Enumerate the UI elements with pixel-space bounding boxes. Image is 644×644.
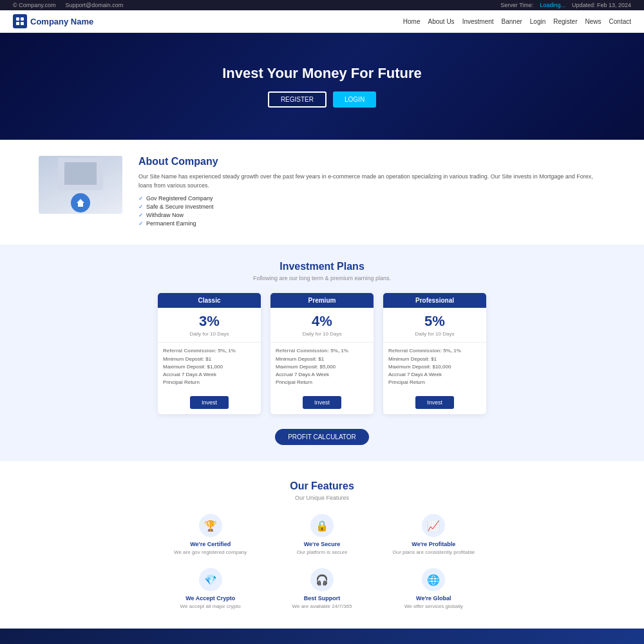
navbar: Company Name Home About Us Investment Ba… [0, 10, 644, 33]
svg-rect-3 [21, 22, 24, 25]
plan-min-professional: Minimum Deposit: $1 [388, 356, 481, 362]
profitable-icon: 📈 [422, 514, 445, 537]
hero-section: Invest Your Money For Future REGISTER LO… [0, 33, 644, 140]
about-list-item: Withdraw Now [138, 212, 605, 218]
plan-percent-professional: 5% [383, 308, 486, 331]
about-list-item: Safe & Secure Investment [138, 204, 605, 210]
features-grid: 🏆 We're Certified We are gov registered … [161, 514, 483, 609]
top-bar: © Company.com Support@domain.com Server … [0, 0, 644, 10]
feature-secure: 🔒 We're Secure Our platform is secure [272, 514, 371, 555]
feature-crypto-desc: We accept all major crypto [161, 603, 260, 609]
updated-label: Updated: Feb 13, 2024 [572, 2, 631, 8]
plan-percent-classic: 3% [158, 308, 261, 331]
plan-name-premium: Premium [270, 293, 374, 308]
nav-news[interactable]: News [585, 18, 601, 25]
nav-register[interactable]: Register [553, 18, 577, 25]
feature-certified: 🏆 We're Certified We are gov registered … [161, 514, 260, 555]
about-list-item: Gov Registered Company [138, 195, 605, 202]
global-icon: 🌐 [422, 568, 445, 591]
feature-global: 🌐 We're Global We offer services globall… [384, 568, 483, 609]
feature-secure-desc: Our platform is secure [272, 549, 371, 555]
plan-card-professional: Professional 5% Daily for 10 Days Referr… [383, 293, 486, 414]
features-section: Our Features Our Unique Features 🏆 We're… [0, 461, 644, 629]
hero-buttons: REGISTER LOGIN [268, 91, 376, 108]
plan-principal-professional: Principal Return [388, 379, 481, 385]
feature-profitable: 📈 We're Profitable Our plans are consist… [384, 514, 483, 555]
invest-btn-classic[interactable]: Invest [190, 396, 229, 409]
about-section: About Company Our Site Name has experien… [0, 140, 644, 245]
profit-calculator-button[interactable]: PROFIT CALCULATOR [275, 429, 369, 445]
register-button[interactable]: REGISTER [268, 91, 327, 108]
logo-icon [13, 14, 27, 28]
nav-links: Home About Us Investment Banner Login Re… [403, 18, 631, 25]
plan-referral-classic: Referral Commission: 5%, 1% [163, 348, 256, 354]
invest-btn-professional[interactable]: Invest [415, 396, 454, 409]
nav-home[interactable]: Home [403, 18, 421, 25]
about-img-icon [71, 193, 90, 213]
svg-rect-2 [16, 22, 19, 25]
plan-accrual-classic: Accrual 7 Days A Week [163, 372, 256, 377]
about-description: Our Site Name has experienced steady gro… [138, 173, 605, 190]
plans-section: Investment Plans Following are our long … [0, 245, 644, 461]
plan-period-professional: Daily for 10 Days [383, 331, 486, 337]
nav-contact[interactable]: Contact [609, 18, 631, 25]
nav-investment[interactable]: Investment [462, 18, 494, 25]
plan-accrual-premium: Accrual 7 Days A Week [276, 372, 368, 377]
support-icon: 🎧 [310, 568, 334, 591]
plan-period-classic: Daily for 10 Days [158, 331, 261, 337]
about-content: About Company Our Site Name has experien… [138, 156, 605, 229]
plan-name-professional: Professional [383, 293, 486, 308]
plans-title: Investment Plans [26, 261, 618, 272]
plan-name-classic: Classic [158, 293, 261, 308]
plan-principal-classic: Principal Return [163, 379, 256, 385]
feature-support: 🎧 Best Support We are available 24/7/365 [272, 568, 371, 609]
svg-rect-0 [16, 17, 19, 21]
stats-section: 📅 70 Days Online 👥 2 Registered Users 💰 … [0, 629, 644, 644]
logo: Company Name [13, 14, 93, 28]
plan-card-classic: Classic 3% Daily for 10 Days Referral Co… [158, 293, 261, 414]
support-email: Support@domain.com [66, 2, 124, 8]
features-subtitle: Our Unique Features [26, 495, 618, 501]
login-button[interactable]: LOGIN [333, 91, 376, 108]
website-link: © Company.com [13, 2, 56, 8]
plan-percent-premium: 4% [270, 308, 374, 331]
plan-referral-professional: Referral Commission: 5%, 1% [388, 348, 481, 354]
feature-secure-title: We're Secure [272, 541, 371, 547]
plans-grid: Classic 3% Daily for 10 Days Referral Co… [26, 293, 618, 414]
about-list: Gov Registered Company Safe & Secure Inv… [138, 195, 605, 227]
certified-icon: 🏆 [199, 514, 222, 537]
feature-support-desc: We are available 24/7/365 [272, 603, 371, 609]
plan-min-premium: Minimum Deposit: $1 [276, 356, 368, 362]
feature-support-title: Best Support [272, 595, 371, 601]
invest-btn-premium[interactable]: Invest [303, 396, 341, 409]
server-time-value: Loading... [540, 2, 565, 8]
plan-accrual-professional: Accrual 7 Days A Week [388, 372, 481, 377]
about-image [39, 156, 122, 214]
svg-rect-1 [21, 17, 24, 21]
plan-max-professional: Maximum Deposit: $10,000 [388, 364, 481, 370]
feature-global-title: We're Global [384, 595, 483, 601]
plan-card-premium: Premium 4% Daily for 10 Days Referral Co… [270, 293, 374, 414]
plan-max-classic: Maximum Deposit: $1,000 [163, 364, 256, 370]
about-list-item: Permanent Earning [138, 220, 605, 227]
feature-crypto-title: We Accept Crypto [161, 595, 260, 601]
nav-banner[interactable]: Banner [502, 18, 522, 25]
plan-min-classic: Minimum Deposit: $1 [163, 356, 256, 362]
server-time-label: Server Time: [500, 2, 533, 8]
feature-profitable-title: We're Profitable [384, 541, 483, 547]
secure-icon: 🔒 [310, 514, 334, 537]
plan-principal-premium: Principal Return [276, 379, 368, 385]
plan-max-premium: Maximum Deposit: $5,000 [276, 364, 368, 370]
features-title: Our Features [26, 480, 618, 492]
hero-headline: Invest Your Money For Future [222, 65, 422, 82]
nav-login[interactable]: Login [530, 18, 545, 25]
feature-global-desc: We offer services globally [384, 603, 483, 609]
plans-subtitle: Following are our long term & premium ea… [26, 275, 618, 281]
about-title: About Company [138, 156, 605, 167]
plan-referral-premium: Referral Commission: 5%, 1% [276, 348, 368, 354]
nav-about[interactable]: About Us [428, 18, 454, 25]
feature-crypto: 💎 We Accept Crypto We accept all major c… [161, 568, 260, 609]
crypto-icon: 💎 [199, 568, 222, 591]
plan-period-premium: Daily for 10 Days [270, 331, 374, 337]
feature-certified-title: We're Certified [161, 541, 260, 547]
